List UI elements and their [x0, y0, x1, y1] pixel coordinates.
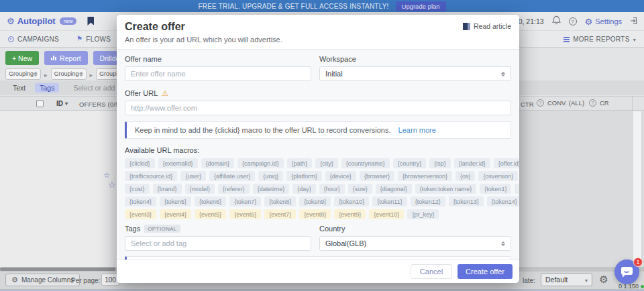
macro-pill[interactable]: {offer.id}	[494, 158, 519, 168]
macro-pill[interactable]: {browserversion}	[398, 171, 452, 181]
macro-pill[interactable]: {platform}	[286, 171, 322, 181]
macro-pill[interactable]: {event5}	[195, 209, 226, 219]
list-icon	[564, 36, 570, 42]
country-select[interactable]: Global(GLB)	[319, 236, 511, 251]
macro-pill[interactable]: {token13}	[449, 196, 484, 207]
macro-pill[interactable]: {pr_key}	[407, 209, 439, 219]
create-offer-modal: Create offer An offer is your ad URL whi…	[117, 15, 519, 283]
macro-row: {clickid}{externalid}{domain}{campaign.i…	[125, 158, 511, 168]
macro-pill[interactable]: {cost}	[125, 184, 150, 194]
macro-pill[interactable]: {datetime}	[253, 184, 290, 194]
macro-pill[interactable]: {token1}	[480, 184, 511, 194]
macro-pill[interactable]: {token4}	[125, 196, 156, 207]
macro-pill[interactable]: {event10}	[369, 209, 404, 219]
macro-pill[interactable]: {trafficsource.id}	[125, 171, 177, 181]
macro-pill[interactable]: {brand}	[153, 184, 182, 194]
macro-pill[interactable]: {model}	[185, 184, 215, 194]
macro-pill[interactable]: {path}	[287, 158, 313, 168]
template-select[interactable]: Default	[541, 273, 592, 286]
new-button[interactable]: + New	[5, 51, 39, 65]
macro-pill[interactable]: {token6}	[195, 196, 226, 207]
upgrade-plan-button[interactable]: Upgrade plan	[396, 1, 446, 11]
macro-pill[interactable]: {externalid}	[158, 158, 198, 168]
macro-pill[interactable]: {referer}	[218, 184, 250, 194]
bell-icon[interactable]	[552, 15, 561, 27]
macro-pill[interactable]: {affiliate.user}	[209, 171, 255, 181]
macro-pill[interactable]: {domain}	[201, 158, 235, 168]
version-number: 0.1.150	[619, 283, 639, 290]
offer-name-input[interactable]	[125, 66, 311, 81]
filter-tab-tags[interactable]: Tags	[35, 83, 59, 93]
macro-pill[interactable]: {event4}	[160, 209, 191, 219]
macro-pill[interactable]: {event3}	[125, 209, 156, 219]
macro-pill[interactable]: {token9}	[299, 196, 331, 207]
filter-tab-text[interactable]: Text	[8, 83, 30, 93]
manage-columns-button[interactable]: Manage Columns	[5, 274, 80, 286]
macro-pill[interactable]: {browser}	[360, 171, 394, 181]
select-all-checkbox[interactable]	[36, 100, 44, 107]
horizontal-scrollbar-thumb[interactable]	[0, 268, 115, 271]
macro-pill[interactable]: {event7}	[264, 209, 296, 219]
macro-pill[interactable]: {token10}	[334, 196, 369, 207]
macro-pill[interactable]: {isp}	[429, 158, 451, 168]
macro-pill[interactable]: {os}	[455, 171, 476, 181]
tags-input[interactable]	[125, 236, 311, 251]
macro-pill[interactable]: {osversion}	[478, 171, 518, 181]
offer-url-input[interactable]	[125, 101, 511, 115]
favorite-star-icon[interactable]	[108, 180, 116, 189]
macro-pill[interactable]: {token14}	[487, 196, 519, 207]
clickid-note-text: Keep in mind to add the {clickid} macro …	[135, 126, 391, 134]
bookmark-icon[interactable]	[87, 17, 94, 25]
macro-pill[interactable]: {clickid}	[125, 158, 155, 168]
macro-pill[interactable]: {token5}	[160, 196, 191, 207]
macro-pill[interactable]: {token7}	[229, 196, 261, 207]
more-reports-menu[interactable]: MORE REPORTS	[564, 31, 636, 47]
macro-pill[interactable]: {event9}	[334, 209, 366, 219]
read-article-link[interactable]: Read article	[463, 22, 511, 30]
macro-pill[interactable]: {token2}	[515, 184, 519, 194]
macro-pill[interactable]: {token11}	[372, 196, 407, 207]
create-offer-button[interactable]: Create offer	[458, 264, 513, 279]
macro-pill[interactable]: {event8}	[299, 209, 331, 219]
column-conv[interactable]: CONV. (ALL)	[537, 99, 584, 107]
grouping-select-2[interactable]: Grouping	[51, 68, 87, 80]
help-icon[interactable]	[569, 17, 577, 25]
macro-pill[interactable]: {campaign.id}	[237, 158, 284, 168]
macro-pill[interactable]: {user}	[180, 171, 206, 181]
macro-pill[interactable]: {diagonal}	[376, 184, 412, 194]
column-ctr[interactable]: CTR	[521, 101, 534, 108]
report-settings-gear-icon[interactable]	[597, 273, 610, 286]
tab-campaigns-label: CAMPAIGNS	[17, 36, 59, 43]
macro-pill[interactable]: {day}	[292, 184, 316, 194]
macro-pill[interactable]: {uniq}	[258, 171, 283, 181]
tab-campaigns[interactable]: CAMPAIGNS	[8, 31, 59, 47]
favorite-star-icon[interactable]	[103, 172, 110, 179]
logout-icon[interactable]	[630, 15, 639, 27]
macro-pill[interactable]: {size}	[348, 184, 372, 194]
macro-pill[interactable]: {token8}	[264, 196, 296, 207]
bar-chart-icon	[51, 56, 56, 60]
column-id[interactable]: ID	[56, 100, 68, 107]
macro-pill[interactable]: {device}	[325, 171, 356, 181]
modal-subtitle: An offer is your ad URL which you will a…	[125, 36, 511, 44]
macro-row: {trafficsource.id}{user}{affiliate.user}…	[125, 171, 511, 181]
settings-button[interactable]: Settings	[585, 17, 622, 26]
macro-pill[interactable]: {lander.id}	[454, 158, 490, 168]
macro-pill[interactable]: {city}	[315, 158, 338, 168]
vertical-scrollbar[interactable]	[633, 111, 641, 266]
grouping-label: Grouping	[9, 70, 34, 77]
macro-pill[interactable]: {country}	[393, 158, 427, 168]
macro-pill[interactable]: {event6}	[229, 209, 261, 219]
macro-pill[interactable]: {token:token name}	[415, 184, 477, 194]
tab-flows[interactable]: FLOWS	[76, 31, 111, 47]
macro-pill[interactable]: {countryname}	[341, 158, 390, 168]
workspace-select[interactable]: Initial	[319, 66, 511, 81]
offer-name-label: Offer name	[125, 55, 311, 63]
learn-more-link[interactable]: Learn more	[398, 126, 436, 134]
cancel-button[interactable]: Cancel	[411, 264, 452, 279]
grouping-select-1[interactable]: Grouping	[5, 68, 41, 80]
report-button[interactable]: Report	[44, 51, 88, 65]
macro-pill[interactable]: {hour}	[319, 184, 345, 194]
macro-pill[interactable]: {token12}	[411, 196, 445, 207]
column-cr[interactable]: CR	[589, 99, 609, 107]
